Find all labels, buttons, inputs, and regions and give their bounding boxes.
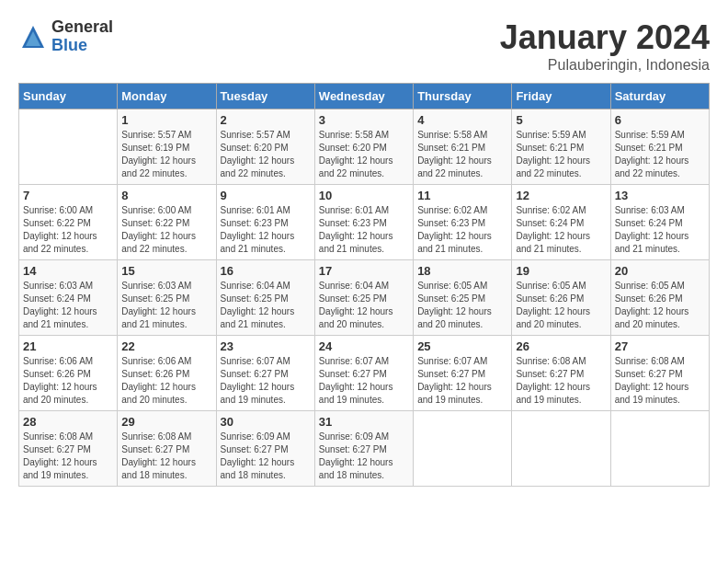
calendar-cell: 18Sunrise: 6:05 AMSunset: 6:25 PMDayligh… — [414, 260, 512, 336]
logo-general-text: General — [51, 18, 113, 37]
day-number: 8 — [121, 189, 211, 202]
day-info: Sunrise: 6:06 AMSunset: 6:26 PMDaylight:… — [23, 355, 113, 407]
day-header-tuesday: Tuesday — [216, 84, 314, 109]
calendar-cell: 14Sunrise: 6:03 AMSunset: 6:24 PMDayligh… — [19, 260, 118, 336]
day-info: Sunrise: 6:07 AMSunset: 6:27 PMDaylight:… — [319, 355, 409, 407]
day-number: 31 — [319, 415, 409, 429]
day-number: 3 — [319, 113, 409, 127]
day-info: Sunrise: 6:02 AMSunset: 6:24 PMDaylight:… — [516, 204, 606, 256]
day-header-thursday: Thursday — [414, 84, 512, 109]
day-info: Sunrise: 5:58 AMSunset: 6:20 PMDaylight:… — [319, 129, 409, 180]
calendar-cell: 8Sunrise: 6:00 AMSunset: 6:22 PMDaylight… — [118, 185, 216, 260]
calendar-week-row: 28Sunrise: 6:08 AMSunset: 6:27 PMDayligh… — [19, 411, 710, 487]
day-info: Sunrise: 6:05 AMSunset: 6:26 PMDaylight:… — [615, 280, 705, 331]
day-number: 26 — [516, 339, 606, 353]
calendar-cell: 11Sunrise: 6:02 AMSunset: 6:23 PMDayligh… — [414, 185, 512, 260]
day-info: Sunrise: 6:00 AMSunset: 6:22 PMDaylight:… — [23, 204, 113, 256]
day-number: 6 — [615, 113, 705, 127]
day-number: 29 — [121, 415, 211, 429]
day-info: Sunrise: 6:08 AMSunset: 6:27 PMDaylight:… — [615, 355, 705, 407]
calendar-cell: 25Sunrise: 6:07 AMSunset: 6:27 PMDayligh… — [414, 336, 512, 411]
day-number: 19 — [516, 264, 606, 278]
calendar-cell: 13Sunrise: 6:03 AMSunset: 6:24 PMDayligh… — [610, 185, 709, 260]
calendar-cell: 17Sunrise: 6:04 AMSunset: 6:25 PMDayligh… — [314, 260, 413, 336]
day-number: 4 — [417, 113, 507, 127]
day-header-monday: Monday — [118, 84, 216, 109]
day-number: 28 — [23, 415, 113, 429]
calendar-cell: 7Sunrise: 6:00 AMSunset: 6:22 PMDaylight… — [19, 185, 118, 260]
day-info: Sunrise: 6:04 AMSunset: 6:25 PMDaylight:… — [319, 280, 409, 331]
day-info: Sunrise: 6:01 AMSunset: 6:23 PMDaylight:… — [319, 204, 409, 256]
day-number: 10 — [319, 189, 409, 202]
day-info: Sunrise: 6:05 AMSunset: 6:26 PMDaylight:… — [516, 280, 606, 331]
day-info: Sunrise: 6:03 AMSunset: 6:25 PMDaylight:… — [121, 280, 211, 331]
calendar-cell — [19, 109, 118, 185]
day-number: 14 — [23, 264, 113, 278]
calendar-cell: 19Sunrise: 6:05 AMSunset: 6:26 PMDayligh… — [512, 260, 610, 336]
month-title: January 2024 — [500, 18, 710, 57]
logo-blue-text: Blue — [51, 37, 113, 55]
day-info: Sunrise: 6:08 AMSunset: 6:27 PMDaylight:… — [121, 431, 211, 482]
logo-icon — [18, 22, 48, 52]
day-info: Sunrise: 6:08 AMSunset: 6:27 PMDaylight:… — [23, 431, 113, 482]
calendar-cell: 31Sunrise: 6:09 AMSunset: 6:27 PMDayligh… — [314, 411, 413, 487]
calendar-cell: 2Sunrise: 5:57 AMSunset: 6:20 PMDaylight… — [216, 109, 314, 185]
day-info: Sunrise: 6:08 AMSunset: 6:27 PMDaylight:… — [516, 355, 606, 407]
day-info: Sunrise: 6:03 AMSunset: 6:24 PMDaylight:… — [23, 280, 113, 331]
day-info: Sunrise: 5:58 AMSunset: 6:21 PMDaylight:… — [417, 129, 507, 180]
day-number: 30 — [221, 415, 311, 429]
calendar-week-row: 1Sunrise: 5:57 AMSunset: 6:19 PMDaylight… — [19, 109, 710, 185]
logo: General Blue — [18, 18, 113, 55]
day-number: 1 — [121, 113, 211, 127]
day-info: Sunrise: 5:59 AMSunset: 6:21 PMDaylight:… — [615, 129, 705, 180]
day-header-wednesday: Wednesday — [314, 84, 413, 109]
day-number: 18 — [417, 264, 507, 278]
day-info: Sunrise: 6:03 AMSunset: 6:24 PMDaylight:… — [615, 204, 705, 256]
day-number: 13 — [615, 189, 705, 202]
page-header: General Blue January 2024 Pulauberingin,… — [18, 18, 710, 74]
location: Pulauberingin, Indonesia — [500, 57, 710, 74]
day-number: 5 — [516, 113, 606, 127]
day-header-saturday: Saturday — [610, 84, 709, 109]
day-info: Sunrise: 6:07 AMSunset: 6:27 PMDaylight:… — [417, 355, 507, 407]
calendar-cell: 15Sunrise: 6:03 AMSunset: 6:25 PMDayligh… — [118, 260, 216, 336]
calendar-cell: 21Sunrise: 6:06 AMSunset: 6:26 PMDayligh… — [19, 336, 118, 411]
calendar-cell: 30Sunrise: 6:09 AMSunset: 6:27 PMDayligh… — [216, 411, 314, 487]
day-number: 12 — [516, 189, 606, 202]
day-info: Sunrise: 5:57 AMSunset: 6:19 PMDaylight:… — [121, 129, 211, 180]
calendar-cell: 20Sunrise: 6:05 AMSunset: 6:26 PMDayligh… — [610, 260, 709, 336]
day-header-sunday: Sunday — [19, 84, 118, 109]
day-number: 22 — [121, 339, 211, 353]
calendar-cell: 29Sunrise: 6:08 AMSunset: 6:27 PMDayligh… — [118, 411, 216, 487]
day-info: Sunrise: 6:07 AMSunset: 6:27 PMDaylight:… — [221, 355, 311, 407]
day-number: 16 — [221, 264, 311, 278]
day-number: 11 — [417, 189, 507, 202]
day-number: 2 — [221, 113, 311, 127]
day-number: 21 — [23, 339, 113, 353]
day-number: 17 — [319, 264, 409, 278]
day-number: 7 — [23, 189, 113, 202]
day-number: 23 — [221, 339, 311, 353]
day-info: Sunrise: 6:00 AMSunset: 6:22 PMDaylight:… — [121, 204, 211, 256]
calendar-cell: 6Sunrise: 5:59 AMSunset: 6:21 PMDaylight… — [610, 109, 709, 185]
day-number: 15 — [121, 264, 211, 278]
calendar-cell: 4Sunrise: 5:58 AMSunset: 6:21 PMDaylight… — [414, 109, 512, 185]
day-number: 25 — [417, 339, 507, 353]
day-info: Sunrise: 6:09 AMSunset: 6:27 PMDaylight:… — [319, 431, 409, 482]
day-number: 27 — [615, 339, 705, 353]
calendar-cell — [512, 411, 610, 487]
calendar-cell: 27Sunrise: 6:08 AMSunset: 6:27 PMDayligh… — [610, 336, 709, 411]
calendar-cell: 1Sunrise: 5:57 AMSunset: 6:19 PMDaylight… — [118, 109, 216, 185]
day-info: Sunrise: 5:57 AMSunset: 6:20 PMDaylight:… — [221, 129, 311, 180]
calendar-cell: 12Sunrise: 6:02 AMSunset: 6:24 PMDayligh… — [512, 185, 610, 260]
calendar-header-row: SundayMondayTuesdayWednesdayThursdayFrid… — [19, 84, 710, 109]
calendar-week-row: 14Sunrise: 6:03 AMSunset: 6:24 PMDayligh… — [19, 260, 710, 336]
calendar-cell: 9Sunrise: 6:01 AMSunset: 6:23 PMDaylight… — [216, 185, 314, 260]
day-number: 20 — [615, 264, 705, 278]
day-info: Sunrise: 6:09 AMSunset: 6:27 PMDaylight:… — [221, 431, 311, 482]
calendar-cell — [414, 411, 512, 487]
calendar-week-row: 7Sunrise: 6:00 AMSunset: 6:22 PMDaylight… — [19, 185, 710, 260]
calendar-cell: 26Sunrise: 6:08 AMSunset: 6:27 PMDayligh… — [512, 336, 610, 411]
day-info: Sunrise: 6:04 AMSunset: 6:25 PMDaylight:… — [221, 280, 311, 331]
calendar-cell: 5Sunrise: 5:59 AMSunset: 6:21 PMDaylight… — [512, 109, 610, 185]
